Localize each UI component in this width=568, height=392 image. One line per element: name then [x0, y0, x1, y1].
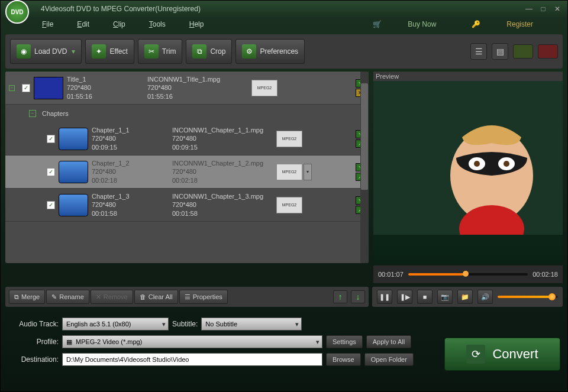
chapter-thumbnail	[59, 128, 88, 150]
title-checkbox[interactable]: ✓	[22, 84, 30, 92]
open-folder-button[interactable]: 📁	[457, 290, 473, 304]
remove-button[interactable]: ✕ Remove	[91, 290, 133, 304]
svg-point-6	[504, 161, 509, 167]
register-link[interactable]: 🔑Register	[472, 20, 557, 28]
menu-clip[interactable]: Clip	[113, 20, 125, 28]
chapter-checkbox[interactable]: ✓	[47, 168, 55, 176]
apply-to-all-button[interactable]: Apply to All	[366, 335, 411, 348]
view-list-button[interactable]: ☰	[470, 43, 487, 60]
load-dvd-button[interactable]: ◉Load DVD▾	[10, 39, 82, 64]
svg-point-4	[474, 161, 480, 167]
menu-tools[interactable]: Tools	[149, 20, 166, 28]
list-actions: ⧉ Merge ✎ Rename ✕ Remove 🗑 Clear All ☰ …	[5, 287, 369, 307]
toolbar: ◉Load DVD▾ ✦Effect ✂Trim ⧉Crop ⚙Preferen…	[5, 34, 563, 69]
snapshot-button[interactable]: 📷	[437, 290, 453, 304]
convert-button[interactable]: ⟳ Convert	[444, 338, 560, 371]
buy-now-link[interactable]: 🛒Buy Now	[373, 20, 460, 28]
format-badge: MPEG2	[276, 197, 302, 213]
current-time: 00:01:07	[378, 271, 404, 278]
close-button[interactable]: ✕	[552, 5, 563, 13]
stop-button[interactable]: ■	[417, 290, 433, 304]
step-button[interactable]: ❚▶	[397, 290, 412, 304]
rename-button[interactable]: ✎ Rename	[46, 290, 89, 304]
chapters-label: Chapters	[42, 110, 69, 117]
titlebar: DVD 4Videosoft DVD to MPEG Converter(Unr…	[1, 1, 567, 17]
trim-button[interactable]: ✂Trim	[138, 39, 183, 64]
chapter-checkbox[interactable]: ✓	[47, 201, 55, 209]
cart-icon: 🛒	[373, 20, 382, 28]
key-icon: 🔑	[472, 20, 480, 28]
dvd-icon: ◉	[17, 44, 31, 59]
chevron-down-icon: ▾	[72, 47, 75, 56]
audio-track-dropdown[interactable]: English ac3 5.1 (0x80)	[62, 318, 169, 331]
effect-icon: ✦	[92, 44, 106, 59]
total-time: 00:02:18	[532, 271, 558, 278]
settings-button[interactable]: Settings	[326, 335, 363, 348]
menu-edit[interactable]: Edit	[77, 20, 89, 28]
trim-icon: ✂	[144, 44, 159, 59]
volume-slider[interactable]	[498, 296, 558, 298]
view-grid-button[interactable]: ▤	[492, 43, 508, 60]
move-down-button[interactable]: ↓	[351, 290, 365, 303]
browse-button[interactable]: Browse	[326, 353, 361, 366]
format-badge: MPEG2	[276, 131, 302, 147]
collapse-toggle[interactable]: −	[9, 85, 15, 91]
chapter-thumbnail	[59, 194, 88, 216]
chapter-row[interactable]: ✓ Chapter_1_1720*48000:09:15 INCONNW1_Ch…	[5, 122, 369, 155]
profile-label: Profile:	[5, 338, 59, 346]
app-window: DVD 4Videosoft DVD to MPEG Converter(Unr…	[0, 0, 568, 392]
minimize-button[interactable]: —	[524, 5, 534, 13]
chapters-collapse-toggle[interactable]: −	[29, 110, 36, 117]
menu-file[interactable]: File	[42, 20, 53, 28]
clear-all-button[interactable]: 🗑 Clear All	[134, 290, 178, 304]
preview-panel: Preview	[373, 72, 563, 263]
chapter-row[interactable]: ✓ Chapter_1_3720*48000:01:58 INCONNW1_Ch…	[5, 189, 369, 222]
volume-icon[interactable]: 🔊	[477, 290, 493, 304]
svg-point-7	[457, 172, 469, 189]
properties-button[interactable]: ☰ Properties	[179, 290, 228, 304]
audio-track-label: Audio Track:	[5, 320, 59, 328]
preferences-button[interactable]: ⚙Preferences	[235, 39, 305, 64]
format-badge: MPEG2	[251, 80, 277, 96]
open-folder-button[interactable]: Open Folder	[364, 353, 414, 366]
output-settings: Audio Track: English ac3 5.1 (0x80) Subt…	[5, 318, 444, 371]
list-scrollbar[interactable]	[360, 72, 369, 263]
merge-button[interactable]: ⧉ Merge	[9, 290, 45, 304]
maximize-button[interactable]: □	[538, 5, 548, 13]
title-row[interactable]: − ✓ Title_1720*48001:55:16 INCONNW1_Titl…	[5, 72, 369, 105]
chapter-row-selected[interactable]: ✓ Chapter_1_2720*48000:02:18 INCONNW1_Ch…	[5, 155, 369, 189]
pause-button[interactable]: ❚❚	[377, 290, 392, 304]
chapter-thumbnail	[59, 161, 88, 183]
destination-field[interactable]: D:\My Documents\4Videosoft Studio\Video	[62, 353, 322, 366]
chapter-checkbox[interactable]: ✓	[47, 135, 55, 143]
subtitle-label: Subtitle:	[172, 320, 198, 328]
nvidia-badge-icon	[513, 44, 533, 59]
crop-button[interactable]: ⧉Crop	[186, 39, 232, 64]
gear-icon: ⚙	[242, 44, 256, 59]
player-controls: ❚❚ ❚▶ ■ 📷 📁 🔊	[372, 287, 563, 307]
window-title: 4Videosoft DVD to MPEG Converter(Unregis…	[41, 5, 201, 13]
convert-icon: ⟳	[466, 345, 485, 364]
menubar: File Edit Clip Tools Help 🛒Buy Now 🔑Regi…	[1, 17, 567, 31]
move-up-button[interactable]: ↑	[333, 290, 347, 303]
format-badge: MPEG2	[276, 164, 302, 180]
destination-label: Destination:	[5, 355, 59, 364]
file-list: − ✓ Title_1720*48001:55:16 INCONNW1_Titl…	[5, 72, 369, 263]
preview-video	[373, 81, 563, 263]
menu-help[interactable]: Help	[189, 20, 204, 28]
effect-button[interactable]: ✦Effect	[85, 39, 134, 64]
subtitle-dropdown[interactable]: No Subtitle	[201, 318, 302, 331]
title-thumbnail	[34, 77, 63, 99]
crop-icon: ⧉	[192, 44, 206, 59]
amd-badge-icon	[538, 44, 558, 59]
timeline-slider[interactable]	[408, 273, 528, 276]
format-dropdown-button[interactable]: ▾	[304, 164, 312, 180]
preview-label: Preview	[373, 72, 563, 81]
app-logo-icon: DVD	[5, 0, 29, 24]
profile-dropdown[interactable]: ▦MPEG-2 Video (*.mpg)	[62, 335, 322, 348]
chapters-header[interactable]: − Chapters	[5, 105, 369, 122]
playback-timeline: 00:01:07 00:02:18	[373, 265, 563, 283]
